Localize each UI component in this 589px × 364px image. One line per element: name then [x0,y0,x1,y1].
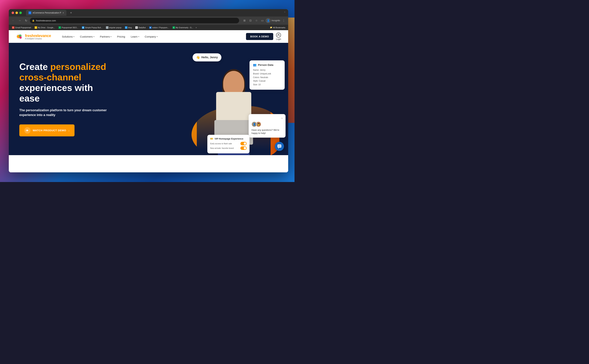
bookmark-star-icon[interactable]: ☆ [254,18,259,23]
dailybot-favicon: D [135,26,138,29]
tab-close-button[interactable]: × [63,11,64,14]
watch-demo-label: WATCH PRODUCT DEMO [33,129,66,132]
hero-title-highlight: personalizedcross-channel [19,62,106,82]
minimize-dot[interactable] [15,12,18,14]
logo-sub: A Dotdigital Company [25,38,51,40]
svg-point-5 [26,130,27,131]
site-nav-links: Solutions ▾ Customers ▾ Partners ▾ Prici… [59,34,246,39]
bookmark-gmail-label: Gmail Popupsmart [15,26,31,29]
login-label: Login [276,38,281,40]
popup2-favicon: ◉ [82,26,84,29]
logo-text: freshrelevance A Dotdigital Company [25,33,51,40]
toolbar-right: ⊞ ⊡ ☆ ▭ 👤 Incognito ⋮ [242,18,286,23]
partners-label: Partners [100,35,110,38]
bookmark-popupsmart-label: Popupsmart SEO... [62,26,78,29]
vip-row-1: Early access to flash sale [210,142,247,145]
nav-learn[interactable]: Learn ▾ [128,34,141,39]
folder-icon: 📁 [270,26,272,29]
book-demo-button[interactable]: BOOK A DEMO [246,33,273,40]
nav-solutions[interactable]: Solutions ▾ [59,34,77,39]
bookmarks-overflow[interactable]: » [196,26,197,29]
chat-widget: × 👤 👩 Have any questions? We're happy to… [249,114,286,138]
watch-demo-button[interactable]: WATCH PRODUCT DEMO ↓ [19,124,74,136]
bookmark-drive[interactable]: ▲ My Drive - Google... [33,26,56,30]
hero-subtitle: The personalization platform to turn you… [19,108,111,117]
vip-title: VIP Homepage Experience [214,137,243,140]
bookmark-angular[interactable]: ⬡ angular popup [105,26,123,30]
nav-customers[interactable]: Customers ▾ [78,34,97,39]
all-bookmarks-button[interactable]: 📁 All Bookmarks [269,26,286,29]
tab-title: eCommerce Personalization P [33,12,61,14]
chat-widget-header: × [251,117,283,120]
grid-icon[interactable]: ⊞ [242,18,247,23]
vip-toggle-2[interactable] [240,146,247,150]
chat-bubble-button[interactable] [275,142,284,151]
demo-icon [24,127,31,134]
person-data-style: Style: Casual [253,79,281,83]
bookmark-dailybot[interactable]: D DailyBot [134,26,147,30]
bookmark-popup2-label: Simple Popup Buil... [85,26,102,29]
close-dot[interactable] [12,12,14,14]
gmail-favicon: M [12,26,14,29]
bookmark-grammarly[interactable]: G My Grammarly - G... [171,26,195,30]
vip-icon: 🎫 [210,137,213,140]
browser-window: f eCommerce Personalization P × + ˅ ← → … [9,9,288,172]
all-bookmarks-label: All Bookmarks [273,26,285,29]
person-data-icon: 👥 [253,63,257,66]
browser-dots [12,12,22,14]
hero-section: Create personalizedcross-channel experie… [9,43,288,155]
chat-close-button[interactable]: × [281,117,283,120]
login-button[interactable]: Login [276,33,281,40]
bookmark-notion-label: notion / Popupsm... [152,26,169,29]
website-content: freshrelevance A Dotdigital Company Solu… [9,30,288,172]
logo-relevance: relevance [34,33,51,38]
tabs-dropdown[interactable]: ˅ [284,11,285,14]
learn-label: Learn [131,35,137,38]
person-head [223,71,244,96]
bookmark-blog[interactable]: b blog [124,26,133,30]
svg-point-7 [278,146,279,146]
browser-titlebar: f eCommerce Personalization P × + ˅ [9,9,288,17]
url-text: freshrelevance.com [36,19,56,22]
nav-company[interactable]: Company ▾ [142,34,160,39]
back-button[interactable]: ← [11,18,16,23]
hero-visual: 👋 Hello, Jenny 👥 Person Data Name: Jenny… [151,43,288,155]
nav-right: BOOK A DEMO Login [246,33,281,40]
lock-icon: 🔒 [32,19,35,22]
card-header: 👥 Person Data [253,63,281,66]
menu-icon[interactable]: ⋮ [281,18,286,23]
bookmark-gmail[interactable]: M Gmail Popupsmart [11,26,33,30]
solutions-label: Solutions [62,35,73,38]
incognito-label: Incognito [271,19,280,22]
browser-tab[interactable]: f eCommerce Personalization P × [26,10,67,16]
profile-avatar[interactable]: 👤 [266,18,270,23]
person-data-name: Name: Jenny [253,69,281,72]
reading-mode-icon[interactable]: ▭ [260,18,265,23]
cast-icon[interactable]: ⊡ [248,18,253,23]
browser-toolbar: ← → ↻ 🔒 freshrelevance.com ⊞ ⊡ ☆ ▭ 👤 Inc… [9,17,288,25]
person-data-colors: Colors: Neutrals [253,76,281,79]
refresh-button[interactable]: ↻ [24,18,28,23]
bookmark-popupsmart[interactable]: + Popupsmart SEO... [57,26,80,30]
bookmarks-bar: M Gmail Popupsmart ▲ My Drive - Google..… [9,25,288,30]
browser-chrome: f eCommerce Personalization P × + ˅ ← → … [9,9,288,25]
bookmark-popup2[interactable]: ◉ Simple Popup Buil... [80,26,104,30]
address-bar[interactable]: 🔒 freshrelevance.com [30,18,239,23]
svg-point-3 [19,36,22,39]
site-logo[interactable]: freshrelevance A Dotdigital Company [16,33,51,40]
bookmark-blog-label: blog [128,26,132,29]
hello-text: Hello, Jenny [201,56,218,59]
bookmarks-right: 📁 All Bookmarks [269,26,286,29]
vip-toggle-1[interactable] [240,142,247,145]
drive-favicon: ▲ [35,26,37,29]
maximize-dot[interactable] [19,12,22,14]
login-icon [276,33,281,38]
bookmark-notion[interactable]: ◆ notion / Popupsm... [148,26,170,30]
new-tab-button[interactable]: + [68,10,74,15]
nav-partners[interactable]: Partners ▾ [98,34,114,39]
tab-favicon: f [28,11,31,14]
nav-pricing[interactable]: Pricing [114,34,127,39]
forward-button[interactable]: → [17,18,22,23]
company-chevron: ▾ [157,36,158,38]
vip-label-1: Early access to flash sale [210,143,232,145]
